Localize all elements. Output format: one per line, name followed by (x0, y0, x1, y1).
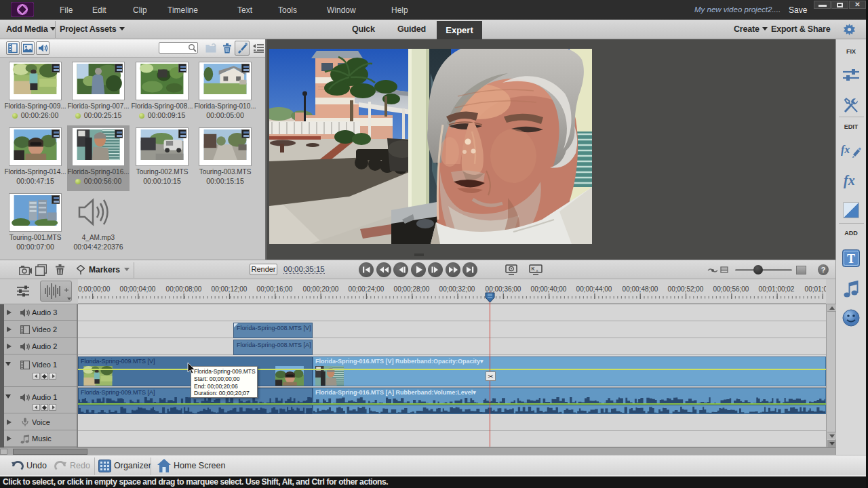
svg-text:fx: fx (841, 144, 850, 156)
svg-text:T: T (847, 252, 855, 266)
svg-text:fx: fx (844, 173, 855, 188)
svg-text:K: K (532, 266, 535, 271)
svg-text:x: x (536, 268, 538, 272)
